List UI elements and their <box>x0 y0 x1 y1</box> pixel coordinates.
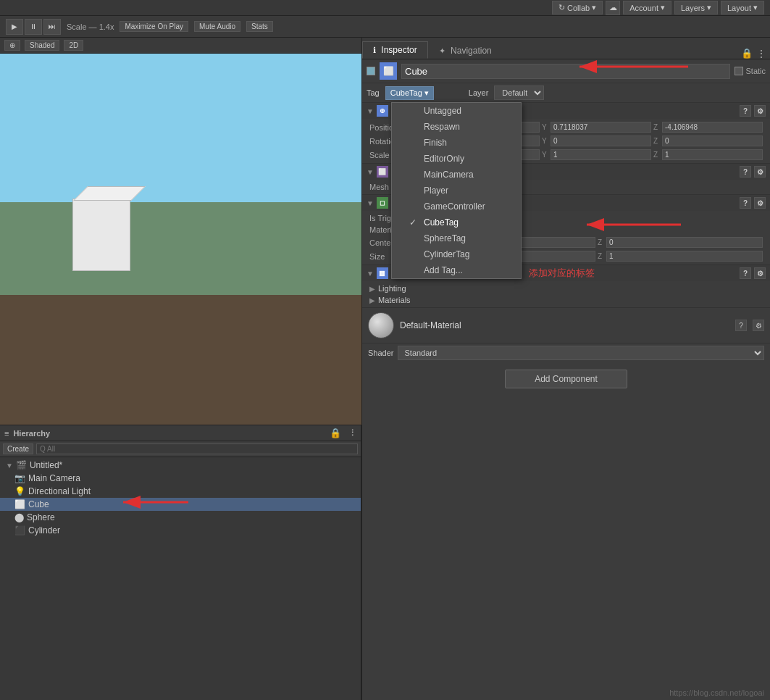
pos-z-input[interactable] <box>662 122 763 133</box>
layer-label: Layer <box>469 88 489 97</box>
materials-collapse-arrow: ▶ <box>369 296 375 304</box>
material-name: Default-Material <box>400 320 729 330</box>
center-z-input[interactable] <box>606 237 763 248</box>
cube-visual <box>72 199 130 271</box>
pos-y-input[interactable] <box>551 122 651 133</box>
object-icon: ⬜ <box>380 62 397 80</box>
stats-button[interactable]: Stats <box>246 21 273 32</box>
hierarchy-item-cylinder[interactable]: ⬛ Cylinder <box>0 524 361 537</box>
layer-dropdown[interactable]: Default <box>494 86 544 100</box>
collider-settings-btn[interactable]: ⚙ <box>754 197 766 209</box>
scene-object <box>72 199 130 271</box>
transform-help-btn[interactable]: ? <box>740 105 751 117</box>
tag-dropdown-menu: Untagged Respawn Finish EditorOnly <box>391 102 522 279</box>
expand-arrow: ▼ <box>6 462 13 470</box>
material-settings-btn[interactable]: ⚙ <box>753 320 764 331</box>
bottom-section: ≡ Hierarchy 🔒 ⋮ Create ▼ 🎬 Untitled* <box>0 425 361 700</box>
add-component-button[interactable]: Add Component <box>505 370 627 388</box>
2d-button[interactable]: 2D <box>64 40 83 51</box>
tag-option-sphere-tag[interactable]: SphereTag <box>392 230 521 246</box>
check-selected: ✓ <box>409 217 419 228</box>
collab-button[interactable]: ↻ Collab ▾ <box>552 1 603 14</box>
shader-dropdown[interactable]: Standard <box>398 346 764 360</box>
camera-icon: 📷 <box>14 473 25 483</box>
mesh-help-btn[interactable]: ? <box>740 166 751 178</box>
tag-option-add-tag[interactable]: Add Tag... <box>392 262 521 278</box>
hierarchy-title: Hierarchy <box>13 429 50 438</box>
mesh-renderer-body: ▶ Lighting ▶ Materials <box>362 281 770 307</box>
rot-y-input[interactable] <box>551 136 651 146</box>
y-label-rot: Y <box>542 137 549 145</box>
tag-option-main-camera[interactable]: MainCamera <box>392 167 521 183</box>
maximize-on-play-button[interactable]: Maximize On Play <box>120 21 188 32</box>
shading-button[interactable]: Shaded <box>25 40 59 51</box>
hierarchy-search[interactable] <box>36 443 358 454</box>
inspector-tabs: ℹ Inspector ✦ Navigation 🔒 ⋮ <box>362 38 770 59</box>
object-name-input[interactable] <box>401 64 730 79</box>
materials-label: Materials <box>378 296 411 304</box>
renderer-help-btn[interactable]: ? <box>740 267 751 279</box>
hierarchy-header: ≡ Hierarchy 🔒 ⋮ <box>0 425 361 441</box>
tag-dropdown[interactable]: CubeTag ▾ <box>385 86 434 100</box>
tag-option-finish[interactable]: Finish <box>392 135 521 151</box>
y-label-scale: Y <box>542 151 549 159</box>
size-z-input[interactable] <box>606 251 763 262</box>
tab-inspector[interactable]: ℹ Inspector <box>362 41 428 59</box>
tag-label: Tag <box>367 88 380 97</box>
tab-navigation[interactable]: ✦ Navigation <box>428 42 503 59</box>
lock-icon: 🔒 <box>330 428 341 438</box>
hierarchy-item-cube[interactable]: ⬜ Cube <box>0 498 361 511</box>
layers-button[interactable]: Layers ▾ <box>674 1 718 14</box>
layout-button[interactable]: Layout ▾ <box>721 1 764 14</box>
tag-option-editor-only[interactable]: EditorOnly <box>392 151 521 167</box>
hierarchy-content: ▼ 🎬 Untitled* 📷 Main Camera 💡 Directiona… <box>0 457 361 700</box>
tag-option-player[interactable]: Player <box>392 183 521 199</box>
renderer-actions: ? ⚙ <box>740 267 766 279</box>
lighting-label: Lighting <box>378 284 406 293</box>
hierarchy-item-sphere[interactable]: ⬤ Sphere <box>0 511 361 524</box>
account-button[interactable]: Account ▾ <box>623 1 671 14</box>
scale-z-input[interactable] <box>662 149 763 160</box>
hierarchy-item-main-camera[interactable]: 📷 Main Camera <box>0 472 361 485</box>
scale-y-field: Y <box>542 149 651 160</box>
rot-z-input[interactable] <box>662 136 763 146</box>
create-button[interactable]: Create <box>3 443 33 454</box>
pause-button[interactable]: ⏸ <box>25 19 42 35</box>
z-label-pos: Z <box>653 123 661 131</box>
lighting-collapse-arrow: ▶ <box>369 285 375 293</box>
shader-row: Shader Standard <box>362 343 770 362</box>
object-active-checkbox[interactable] <box>367 67 375 75</box>
inspector-menu-icon: ⋮ <box>757 49 766 59</box>
transform-settings-btn[interactable]: ⚙ <box>754 105 766 117</box>
collider-collapse-arrow: ▼ <box>367 199 374 207</box>
cylinder-icon: ⬛ <box>14 525 25 536</box>
collider-actions: ? ⚙ <box>740 197 766 209</box>
tag-option-game-controller[interactable]: GameController <box>392 199 521 214</box>
cube-icon: ⬜ <box>14 499 25 509</box>
play-button[interactable]: ▶ <box>6 19 23 35</box>
scene-root[interactable]: ▼ 🎬 Untitled* <box>0 459 361 472</box>
inspector-lock-icon: 🔒 <box>741 48 753 59</box>
pos-z-field: Z <box>653 122 763 133</box>
static-check: Static <box>735 67 766 75</box>
tag-option-respawn[interactable]: Respawn <box>392 119 521 135</box>
lighting-row: ▶ Lighting <box>367 283 766 294</box>
mute-audio-button[interactable]: Mute Audio <box>194 21 240 32</box>
scene-view[interactable] <box>0 54 361 425</box>
y-label-pos: Y <box>542 123 549 131</box>
cloud-icon[interactable]: ☁ <box>606 1 620 15</box>
tag-option-cube-tag[interactable]: ✓ CubeTag <box>392 214 521 230</box>
renderer-settings-btn[interactable]: ⚙ <box>754 267 766 279</box>
inspector-header: ⬜ Static <box>362 59 770 83</box>
hierarchy-item-directional-light[interactable]: 💡 Directional Light <box>0 485 361 498</box>
tag-option-cylinder-tag[interactable]: CylinderTag <box>392 246 521 262</box>
scene-gizmo-button[interactable]: ⊕ <box>4 40 20 51</box>
chinese-annotation: 添加对应的标签 <box>529 267 595 280</box>
mesh-settings-btn[interactable]: ⚙ <box>754 166 766 178</box>
collider-help-btn[interactable]: ? <box>740 197 751 209</box>
tag-option-untagged[interactable]: Untagged <box>392 103 521 119</box>
scale-y-input[interactable] <box>551 149 651 160</box>
material-help-btn[interactable]: ? <box>735 320 747 331</box>
static-checkbox[interactable] <box>735 67 743 75</box>
step-button[interactable]: ⏭ <box>43 19 61 35</box>
